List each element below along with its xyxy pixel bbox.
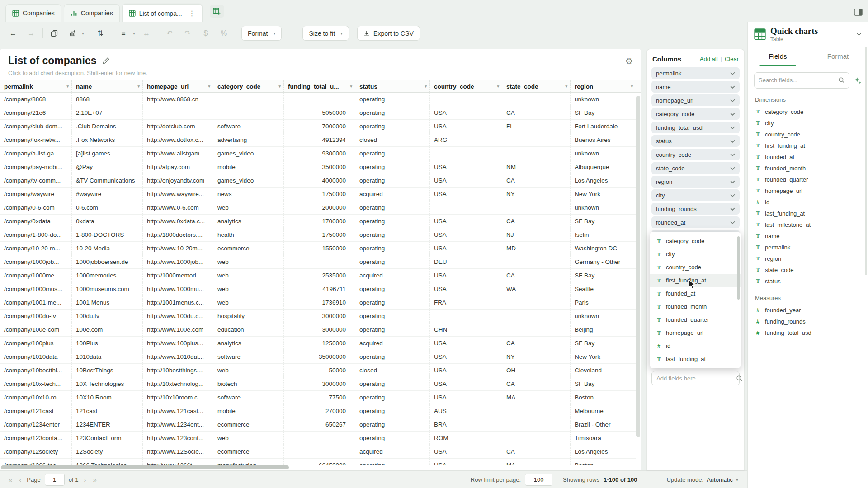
dropdown-field-item[interactable]: T last_funding_at <box>650 352 741 366</box>
panel-scrollbar-thumb[interactable] <box>865 47 867 275</box>
column-header[interactable]: state_code ▾ <box>502 80 571 92</box>
forward-button[interactable]: → <box>24 27 38 40</box>
table-row[interactable]: /company/100plus 100Plus http://www.100p… <box>0 337 636 350</box>
column-menu-caret-icon[interactable]: ▾ <box>278 84 281 89</box>
add-fields-input[interactable] <box>656 375 736 382</box>
chevron-down-icon[interactable] <box>856 33 862 36</box>
chevron-down-icon[interactable] <box>730 85 735 89</box>
dropdown-field-item[interactable]: T founded_month <box>650 300 741 313</box>
table-row[interactable]: /company/1010data 1010data http://www.10… <box>0 350 636 364</box>
column-pill[interactable]: region <box>651 176 740 188</box>
column-pill[interactable]: state_code <box>651 162 740 174</box>
table-row[interactable]: /company/1001-me... 1001 Menus http://10… <box>0 296 636 310</box>
dimension-field-item[interactable]: T homepage_url <box>748 185 868 197</box>
column-menu-caret-icon[interactable]: ▾ <box>66 84 69 89</box>
gear-icon[interactable]: ⚙ <box>625 56 633 66</box>
dropdown-field-item[interactable]: T first_funding_at <box>650 274 741 287</box>
column-pill[interactable]: country_code <box>651 149 740 160</box>
table-row[interactable]: /company/tv-comm... &TV Communications h… <box>0 174 636 188</box>
copy-widget-icon[interactable] <box>47 27 61 40</box>
table-row[interactable]: /company/pay-mobi... @Pay http://atpay.c… <box>0 160 636 174</box>
column-pill[interactable]: founded_at <box>651 216 740 228</box>
dimension-field-item[interactable]: T city <box>748 117 868 129</box>
column-pill[interactable]: name <box>651 81 740 93</box>
column-pill[interactable]: permalink <box>651 67 740 79</box>
sheet-tab[interactable]: Companies ⋮ <box>5 4 61 22</box>
table-row[interactable]: /company/0xdata 0xdata http://www.0xdata… <box>0 215 636 228</box>
column-header[interactable]: name ▾ <box>72 80 143 92</box>
last-page-button[interactable]: » <box>91 476 98 483</box>
chevron-down-icon[interactable] <box>730 99 735 102</box>
dimension-field-item[interactable]: T name <box>748 230 868 242</box>
add-all-link[interactable]: Add all <box>700 56 718 62</box>
table-row[interactable]: /company/1000mus... 1000museums.com http… <box>0 282 636 296</box>
table-row[interactable]: /company/fox-netw... .Fox Networks http:… <box>0 133 636 147</box>
column-menu-caret-icon[interactable]: ▾ <box>631 84 633 89</box>
search-fields-input[interactable] <box>759 77 838 84</box>
chart-description-placeholder[interactable]: Click to add chart description. Shift-en… <box>8 70 633 76</box>
chevron-down-icon[interactable] <box>730 126 735 129</box>
dropdown-field-item[interactable]: T founded_at <box>650 287 741 300</box>
previous-page-button[interactable]: ‹ <box>18 476 23 483</box>
tab-menu-icon[interactable]: ⋮ <box>189 9 196 18</box>
tab-format[interactable]: Format <box>808 47 868 66</box>
table-row[interactable]: /company/10x10-ro... 10X10 Room http://1… <box>0 391 636 404</box>
align-button[interactable]: ≡ ▾ <box>117 27 135 40</box>
column-menu-caret-icon[interactable]: ▾ <box>350 84 352 89</box>
table-row[interactable]: /company/waywire #waywire http://www.way… <box>0 188 636 201</box>
edit-title-icon[interactable] <box>102 57 110 65</box>
dimension-field-item[interactable]: T category_code <box>748 106 868 117</box>
tab-fields[interactable]: Fields <box>748 47 808 66</box>
horizontal-scrollbar-track[interactable] <box>0 465 636 470</box>
row-limit-input[interactable] <box>525 474 552 486</box>
fields-search-box[interactable] <box>754 72 849 89</box>
table-row[interactable]: /company/1234enter 1234ENTER http://www.… <box>0 418 636 432</box>
dropdown-field-item[interactable]: T category_code <box>650 235 741 248</box>
column-pill[interactable]: city <box>651 189 740 201</box>
ai-sparkle-icon[interactable] <box>854 76 862 84</box>
dimension-field-item[interactable]: # id <box>748 197 868 208</box>
next-page-button[interactable]: › <box>82 476 87 483</box>
dimension-field-item[interactable]: T founded_at <box>748 151 868 163</box>
page-number-input[interactable] <box>45 474 65 486</box>
dimension-field-item[interactable]: T last_milestone_at <box>748 219 868 230</box>
column-header[interactable]: country_code ▾ <box>430 80 502 92</box>
table-row[interactable]: /company/a-list-ga... [a]list games http… <box>0 147 636 160</box>
insert-chart-button[interactable]: ▾ <box>66 27 84 40</box>
dimension-field-item[interactable]: T permalink <box>748 242 868 253</box>
redo-button[interactable]: ↷ <box>181 27 194 40</box>
table-row[interactable]: /company/1-800-do... 1-800-DOCTORS http:… <box>0 228 636 242</box>
table-row[interactable]: /company/10-20-m... 10-20 Media http://w… <box>0 242 636 255</box>
undo-button[interactable]: ↶ <box>163 27 176 40</box>
merge-cells-button[interactable]: ↔ <box>140 27 153 40</box>
chevron-down-icon[interactable] <box>730 140 735 143</box>
column-menu-caret-icon[interactable]: ▾ <box>137 84 140 89</box>
table-row[interactable]: /company/121cast 121cast http://www.121c… <box>0 404 636 418</box>
table-row[interactable]: /company/club-dom... .Club Domains http:… <box>0 120 636 133</box>
table-row[interactable]: /company/21e6 2.10E+07 5050000 operating… <box>0 106 636 120</box>
back-button[interactable]: ← <box>6 27 20 40</box>
chevron-down-icon[interactable] <box>730 194 735 197</box>
panel-toggle-icon[interactable] <box>854 9 863 16</box>
column-menu-caret-icon[interactable]: ▾ <box>425 84 427 89</box>
column-menu-caret-icon[interactable]: ▾ <box>565 84 567 89</box>
currency-format-button[interactable]: $ <box>199 27 212 40</box>
clear-link[interactable]: Clear <box>725 56 739 62</box>
dimension-field-item[interactable]: T status <box>748 276 868 287</box>
dropdown-scrollbar-thumb[interactable] <box>737 236 740 300</box>
table-row[interactable]: /company/100du-tv 100du.tv http://www.10… <box>0 310 636 323</box>
chevron-down-icon[interactable] <box>730 167 735 170</box>
column-pill[interactable]: homepage_url <box>651 94 740 106</box>
table-row[interactable]: /company/12society 12Society http://www.… <box>0 445 636 459</box>
column-header[interactable]: category_code ▾ <box>213 80 284 92</box>
dimension-field-item[interactable]: T region <box>748 253 868 264</box>
sheet-tab[interactable]: List of compa... ⋮ <box>122 4 203 22</box>
horizontal-scrollbar-thumb[interactable] <box>1 465 289 469</box>
dropdown-field-item[interactable]: T founded_quarter <box>650 313 741 326</box>
column-pill[interactable]: funding_rounds <box>651 203 740 215</box>
measure-field-item[interactable]: # founded_year <box>748 305 868 316</box>
chevron-down-icon[interactable] <box>730 207 735 211</box>
first-page-button[interactable]: « <box>7 476 14 483</box>
column-header[interactable]: homepage_url ▾ <box>143 80 213 92</box>
column-header[interactable]: region ▾ <box>571 80 636 92</box>
